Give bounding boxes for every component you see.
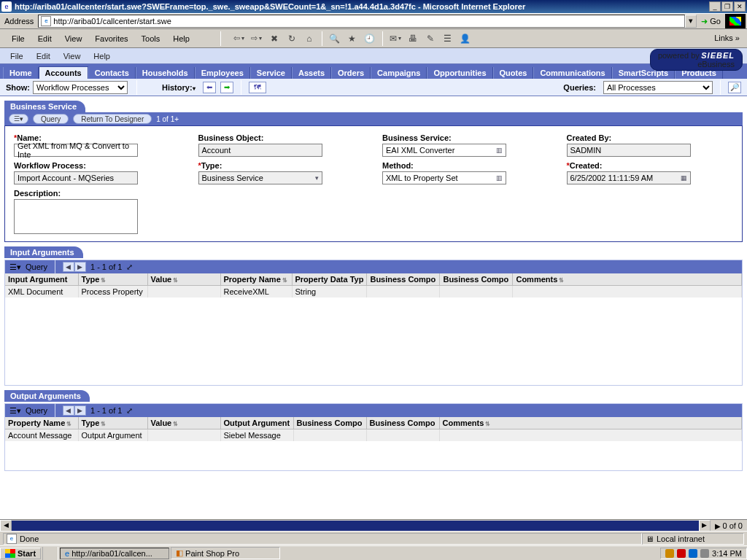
home-button[interactable]: ⌂ xyxy=(301,31,317,47)
cell[interactable] xyxy=(439,429,742,442)
prev-record-button[interactable]: ◀ xyxy=(63,405,74,416)
cell[interactable]: Output Argument xyxy=(78,429,147,442)
col-property-data-type[interactable]: Property Data Typ xyxy=(292,273,367,286)
ie-menu-edit[interactable]: Edit xyxy=(32,33,58,44)
pick-icon[interactable]: ▥ xyxy=(496,174,503,182)
table-row[interactable]: Account Message Output Argument Siebel M… xyxy=(5,429,742,442)
applet-menu-button[interactable]: ☰▾ xyxy=(9,262,21,272)
tray-icon[interactable] xyxy=(677,549,686,558)
prev-record-button[interactable]: ◀ xyxy=(63,262,74,272)
edit-button[interactable]: ✎ xyxy=(422,31,438,47)
tab-assets[interactable]: Assets xyxy=(292,67,331,79)
expand-button[interactable]: ⤢ xyxy=(126,262,133,272)
tab-communications[interactable]: Communications xyxy=(533,67,611,79)
calendar-icon[interactable]: ▦ xyxy=(681,174,687,182)
history-forward-button[interactable]: ➡ xyxy=(220,82,233,93)
col-comments[interactable]: Comments⇅ xyxy=(513,273,742,286)
return-designer-button[interactable]: Return To Designer xyxy=(73,114,152,124)
address-input[interactable]: e http://ariba01/callcenter/start.swe xyxy=(38,15,685,28)
siebel-menu-edit[interactable]: Edit xyxy=(36,52,50,61)
query-button[interactable]: Query xyxy=(26,262,47,271)
ie-menu-favorites[interactable]: Favorites xyxy=(89,33,133,44)
col-property-name[interactable]: Property Name⇅ xyxy=(5,417,78,429)
col-value[interactable]: Value⇅ xyxy=(147,273,220,286)
ie-menu-help[interactable]: Help xyxy=(167,33,196,44)
sort-icon[interactable]: ⇅ xyxy=(282,277,287,284)
search-button[interactable]: 🔍 xyxy=(327,31,343,47)
tray-icon[interactable] xyxy=(665,549,674,558)
col-business-compo-1[interactable]: Business Compo xyxy=(293,417,366,429)
next-record-button[interactable]: ▶ xyxy=(74,262,86,272)
cell[interactable] xyxy=(440,286,513,298)
col-type[interactable]: Type⇅ xyxy=(78,417,147,429)
sort-icon[interactable]: ⇅ xyxy=(173,421,178,427)
siebel-menu-file[interactable]: File xyxy=(10,52,23,61)
queries-dropdown[interactable]: All Processes xyxy=(603,81,713,94)
site-map-button[interactable]: 🗺 xyxy=(249,82,266,93)
col-business-compo-1[interactable]: Business Compo xyxy=(367,273,440,286)
cell[interactable]: XML Document xyxy=(5,286,78,298)
siebel-menu-help[interactable]: Help xyxy=(93,52,110,61)
applet-menu-button[interactable]: ☰▾ xyxy=(9,114,28,124)
tab-quotes[interactable]: Quotes xyxy=(493,67,534,79)
scroll-left-button[interactable]: ◀ xyxy=(0,520,12,532)
cell[interactable]: String xyxy=(292,286,367,298)
business-object-field[interactable]: Account xyxy=(198,144,322,157)
ie-menu-view[interactable]: View xyxy=(59,33,88,44)
discuss-button[interactable]: ☰ xyxy=(440,31,456,47)
taskbar-item-ie[interactable]: ehttp://ariba01/callcen... xyxy=(60,548,169,559)
tab-accounts[interactable]: Accounts xyxy=(39,66,88,79)
col-comments[interactable]: Comments⇅ xyxy=(439,417,742,429)
table-row[interactable]: XML Document Process Property ReceiveXML… xyxy=(5,286,742,298)
system-tray[interactable]: 3:14 PM xyxy=(660,548,747,559)
cell[interactable] xyxy=(367,286,440,298)
start-button[interactable]: Start xyxy=(0,548,41,559)
applet-menu-button[interactable]: ☰▾ xyxy=(9,406,21,416)
quick-launch[interactable] xyxy=(42,547,58,560)
sort-icon[interactable]: ⇅ xyxy=(101,277,106,284)
horizontal-scrollbar[interactable]: ◀ ▶ ▶ 0 of 0 xyxy=(0,519,747,531)
ie-menu-file[interactable]: File xyxy=(6,33,31,44)
cell[interactable]: Account Message xyxy=(5,429,78,442)
siebel-menu-view[interactable]: View xyxy=(63,52,81,61)
cell[interactable] xyxy=(293,429,366,442)
type-field[interactable]: Business Service▾ xyxy=(198,171,322,184)
col-business-compo-2[interactable]: Business Compo xyxy=(366,417,439,429)
refresh-button[interactable]: ↻ xyxy=(284,31,300,47)
cell[interactable] xyxy=(147,429,220,442)
tab-opportunities[interactable]: Opportunities xyxy=(427,67,492,79)
history-button[interactable]: 🕘 xyxy=(362,31,378,47)
tab-orders[interactable]: Orders xyxy=(331,67,371,79)
next-record-button[interactable]: ▶ xyxy=(74,405,86,416)
expand-button[interactable]: ⤢ xyxy=(126,406,133,416)
cell[interactable]: ReceiveXML xyxy=(220,286,292,298)
restore-button[interactable]: ❐ xyxy=(721,1,733,12)
related-button[interactable]: 👤 xyxy=(457,31,473,47)
pick-icon[interactable]: ▥ xyxy=(496,147,503,154)
query-assistant-button[interactable]: 🔎 xyxy=(728,82,741,93)
links-label[interactable]: Links » xyxy=(710,32,744,44)
col-business-compo-2[interactable]: Business Compo xyxy=(440,273,513,286)
back-button[interactable]: ⇦ xyxy=(231,31,247,47)
method-field[interactable]: XML to Property Set▥ xyxy=(382,171,506,184)
tray-icon[interactable] xyxy=(700,549,709,558)
close-button[interactable]: ✕ xyxy=(734,1,746,12)
name-field[interactable]: Get XML from MQ & Convert to Inte xyxy=(14,144,138,157)
tab-households[interactable]: Households xyxy=(136,67,195,79)
col-value[interactable]: Value⇅ xyxy=(147,417,220,429)
tab-campaigns[interactable]: Campaigns xyxy=(371,67,427,79)
scroll-track[interactable] xyxy=(12,521,699,531)
tray-icon[interactable] xyxy=(689,549,697,558)
cell[interactable] xyxy=(513,286,742,298)
sort-icon[interactable]: ⇅ xyxy=(66,421,71,427)
business-service-field[interactable]: EAI XML Converter▥ xyxy=(382,144,506,157)
sort-icon[interactable]: ⇅ xyxy=(101,421,106,427)
dropdown-icon[interactable]: ▾ xyxy=(315,174,319,182)
description-field[interactable] xyxy=(14,199,138,234)
query-button[interactable]: Query xyxy=(33,114,69,124)
workflow-process-field[interactable]: Import Account - MQSeries xyxy=(14,171,138,184)
tab-home[interactable]: Home xyxy=(3,67,39,79)
cell[interactable]: Siebel Message xyxy=(220,429,293,442)
go-button[interactable]: ➜ Go xyxy=(701,17,721,26)
col-property-name[interactable]: Property Name⇅ xyxy=(220,273,292,286)
